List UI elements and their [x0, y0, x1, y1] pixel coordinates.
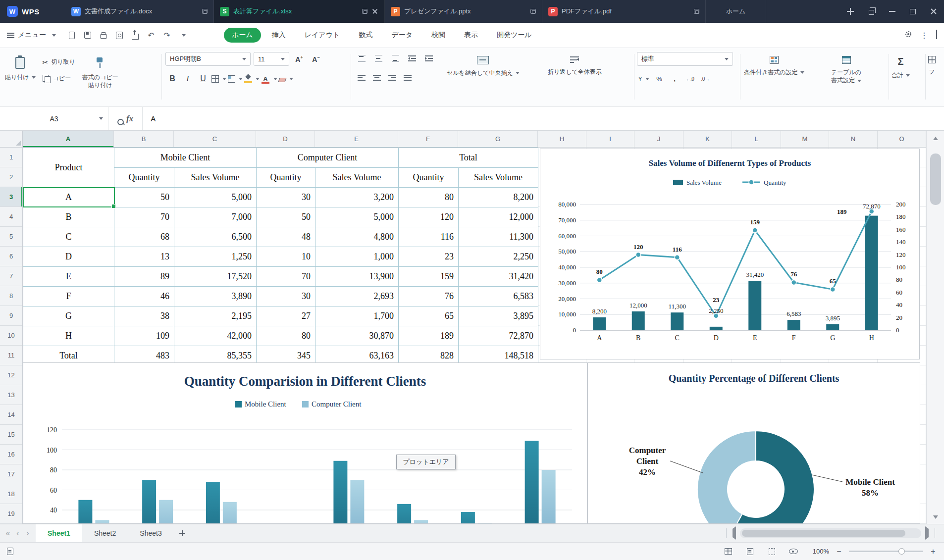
table-subheader[interactable]: Sales Volume — [174, 168, 257, 188]
tab-close-icon[interactable] — [371, 8, 378, 15]
table-cell[interactable]: 13 — [114, 247, 174, 267]
zoom-in-button[interactable]: + — [929, 547, 937, 556]
ribbon-tab-表示[interactable]: 表示 — [456, 28, 486, 43]
table-cell[interactable]: 72,870 — [459, 326, 538, 346]
sheet-tab-Sheet2[interactable]: Sheet2 — [82, 524, 128, 542]
insert-function-button[interactable]: fx — [126, 114, 133, 124]
table-cell[interactable]: 116 — [399, 227, 459, 247]
align-left-button[interactable] — [355, 71, 368, 84]
table-cell[interactable]: E — [23, 267, 114, 287]
column-header-G[interactable]: G — [458, 131, 538, 147]
ribbon-tab-レイアウト[interactable]: レイアウト — [297, 28, 348, 43]
filter-button-clipped[interactable]: フ — [928, 52, 936, 76]
collapse-ribbon-button[interactable] — [936, 31, 937, 40]
row-header-17[interactable]: 17 — [0, 464, 22, 484]
table-cell[interactable]: 1,700 — [315, 306, 399, 326]
row-header-14[interactable]: 14 — [0, 405, 22, 425]
borders-button[interactable] — [211, 72, 226, 85]
table-cell[interactable]: 17,520 — [174, 267, 257, 287]
scroll-up-icon[interactable] — [933, 137, 938, 140]
font-size-select[interactable]: 11 — [254, 52, 289, 66]
table-subheader[interactable]: Quantity — [257, 168, 315, 188]
paste-button[interactable]: 貼り付け — [5, 52, 36, 89]
reading-mode-button[interactable] — [787, 546, 799, 558]
increase-indent-button[interactable] — [422, 52, 436, 65]
row-header-5[interactable]: 5 — [0, 227, 22, 247]
table-cell[interactable]: 27 — [257, 306, 315, 326]
ribbon-tab-校閲[interactable]: 校閲 — [423, 28, 453, 43]
fill-color-button[interactable] — [244, 72, 260, 85]
thousands-separator-button[interactable]: , — [668, 72, 682, 85]
table-cell[interactable]: 70 — [114, 207, 174, 227]
table-cell[interactable]: 5,000 — [174, 188, 257, 207]
row-header-8[interactable]: 8 — [0, 286, 22, 306]
table-header-product[interactable]: Product — [23, 148, 114, 188]
row-header-7[interactable]: 7 — [0, 266, 22, 286]
align-center-button[interactable] — [370, 71, 384, 84]
table-cell[interactable]: 80 — [399, 188, 459, 207]
table-cell[interactable]: A — [23, 188, 114, 207]
row-header-6[interactable]: 6 — [0, 247, 22, 266]
table-cell[interactable]: 7,000 — [174, 207, 257, 227]
column-header-E[interactable]: E — [315, 131, 398, 147]
quantity-comparison-bar-chart[interactable]: Quantity Comparision in Different Client… — [23, 362, 587, 524]
table-cell[interactable]: 4,800 — [315, 227, 399, 247]
column-header-F[interactable]: F — [398, 131, 458, 147]
splitter-handle[interactable] — [935, 528, 935, 538]
tab-window-icon[interactable] — [202, 9, 208, 14]
increase-font-size-button[interactable]: A+ — [292, 52, 306, 65]
column-header-C[interactable]: C — [174, 131, 256, 147]
table-cell[interactable]: B — [23, 207, 114, 227]
sales-volume-combo-chart[interactable]: Sales Volume of Diffenernt Types of Prod… — [540, 149, 920, 359]
align-bottom-button[interactable] — [388, 52, 402, 65]
column-header-N[interactable]: N — [829, 131, 878, 147]
row-header-2[interactable]: 2 — [0, 167, 22, 187]
zoom-slider[interactable] — [849, 551, 923, 552]
undo-button[interactable]: ↶ — [144, 28, 158, 42]
table-cell[interactable]: 2,195 — [174, 306, 257, 326]
row-header-15[interactable]: 15 — [0, 425, 22, 445]
table-cell[interactable]: G — [23, 306, 114, 326]
quick-toolbar-more-button[interactable] — [176, 28, 190, 42]
document-tab-pdf[interactable]: PPDFファイル.pdf — [542, 0, 706, 23]
restore-window-button[interactable] — [861, 0, 882, 23]
document-tab-spreadsheet[interactable]: S表計算ファイル.xlsx — [214, 0, 385, 23]
table-cell[interactable]: 31,420 — [459, 267, 538, 287]
table-cell[interactable]: 70 — [257, 267, 315, 287]
table-cell[interactable]: 6,583 — [459, 287, 538, 306]
column-header-O[interactable]: O — [878, 131, 926, 147]
table-cell[interactable]: 159 — [399, 267, 459, 287]
main-menu-button[interactable]: メニュー — [0, 31, 63, 40]
page-break-view-button[interactable] — [766, 546, 778, 558]
table-cell[interactable]: 11,300 — [459, 227, 538, 247]
ribbon-tab-数式[interactable]: 数式 — [351, 28, 380, 43]
tab-window-icon[interactable] — [362, 9, 367, 14]
table-cell[interactable]: 68 — [114, 227, 174, 247]
more-options-button[interactable]: ⋮ — [920, 31, 928, 40]
currency-format-button[interactable]: ¥ — [637, 72, 651, 85]
zoom-slider-thumb[interactable] — [898, 548, 905, 555]
table-subheader[interactable]: Quantity — [114, 168, 174, 188]
align-right-button[interactable] — [385, 71, 399, 84]
maximize-button[interactable] — [902, 0, 923, 23]
ribbon-tab-挿入[interactable]: 挿入 — [264, 28, 294, 43]
format-painter-button[interactable]: 書式のコピー貼り付け — [82, 52, 118, 89]
wps-logo[interactable]: W WPS — [0, 0, 65, 23]
horizontal-scrollbar-thumb[interactable] — [742, 530, 905, 537]
row-header-4[interactable]: 4 — [0, 207, 22, 227]
table-cell[interactable]: 50 — [257, 207, 315, 227]
table-cell[interactable]: 89 — [114, 267, 174, 287]
table-cell[interactable]: 2,693 — [315, 287, 399, 306]
column-header-J[interactable]: J — [634, 131, 683, 147]
row-header-12[interactable]: 12 — [0, 365, 22, 385]
autosum-button[interactable]: Σ 合計 — [892, 52, 910, 80]
table-cell[interactable]: 30 — [257, 287, 315, 306]
row-header-19[interactable]: 19 — [0, 504, 22, 524]
normal-view-button[interactable] — [722, 546, 734, 558]
table-cell[interactable]: D — [23, 247, 114, 267]
close-window-button[interactable] — [923, 0, 944, 23]
new-document-tab-button[interactable] — [840, 0, 861, 23]
sheet-tab-Sheet3[interactable]: Sheet3 — [128, 524, 173, 542]
copy-button[interactable]: コピー — [41, 73, 77, 84]
select-all-corner[interactable] — [0, 131, 23, 148]
